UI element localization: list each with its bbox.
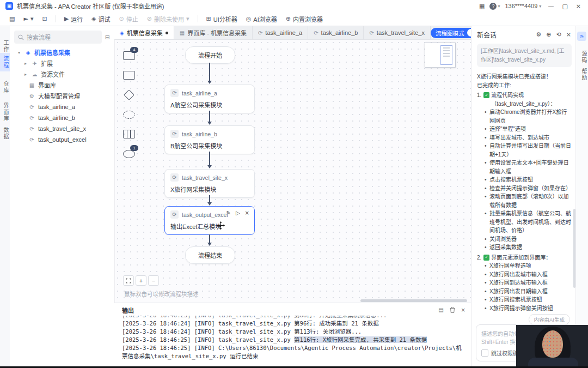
node-description: 输出Excel汇总模块: [170, 222, 249, 231]
ui-analyzer-button[interactable]: ⊞UI分析器: [203, 14, 241, 25]
node-name: task_airline_a: [182, 90, 217, 96]
flow-start-node[interactable]: 流程开始: [185, 46, 235, 64]
tab-task-travel-site-x[interactable]: ⟳ task_travel_site_x: [364, 26, 430, 39]
debug-icon: ◈: [91, 15, 96, 22]
tree-item-project[interactable]: ▾ ◈ 机票信息采集: [10, 47, 114, 58]
tree-item-extensions[interactable]: ▸ ✈ 扩展: [10, 58, 114, 69]
fit-view-icon: [126, 278, 131, 283]
tree-item-task-output-excel[interactable]: ⟳ task_output_excel: [10, 134, 114, 145]
maximize-button[interactable]: ▢: [560, 3, 569, 10]
search-placeholder: 搜索流程: [27, 33, 51, 41]
export-button[interactable]: ⊡: [38, 14, 51, 23]
account-menu[interactable]: 136****4409 ▾: [505, 3, 541, 9]
output-console: 输出 ▤ × [2025-3-26 18:46:23] [INFO] task_…: [114, 303, 471, 368]
scrollbar-thumb[interactable]: [360, 299, 468, 302]
delete-node-icon[interactable]: ×: [245, 210, 249, 216]
ai-browser-icon: ◎: [246, 15, 252, 22]
rail-tab-flow[interactable]: 流程: [0, 53, 10, 71]
palette-block-tool[interactable]: 4: [122, 50, 136, 61]
close-button[interactable]: ×: [574, 3, 583, 10]
minimap-viewport: [440, 45, 452, 65]
save-button[interactable]: ▤: [5, 14, 19, 23]
palette-rect-tool[interactable]: [122, 70, 136, 81]
tree-item-task-airline-a[interactable]: ⟳ task_airline_a: [10, 101, 114, 112]
ai-browser-button[interactable]: ◎AI浏览器: [242, 14, 281, 25]
flow-icon: ◈: [120, 30, 124, 36]
chat-section: 2.✓界面元素添加到界面库： X旅行网单程选项X旅行网出发城市输入框X旅行网到达…: [477, 254, 572, 311]
left-rail: 工作区 流程 仓库 界面库 数据: [0, 26, 10, 368]
builtin-browser-button[interactable]: ⊕内置浏览器: [282, 14, 327, 25]
tree-item-task-airline-b[interactable]: ⟳ task_airline_b: [10, 112, 114, 123]
chat-intro: X旅行网采集模块已完成搭建！: [477, 73, 572, 81]
flow-edge: [209, 63, 210, 81]
zoom-out-button[interactable]: −: [148, 275, 159, 286]
remove-unused-button[interactable]: ⊘删除未使用▾: [143, 14, 193, 25]
flow-node-task-output-excel[interactable]: ⟳task_output_excel 输出Excel汇总模块 ✎ ▷ ×: [164, 206, 255, 235]
debug-button[interactable]: ◈调试: [88, 14, 114, 25]
minimize-button[interactable]: —: [546, 3, 555, 10]
publish-button[interactable]: ►▾: [20, 14, 37, 23]
stop-button[interactable]: ⊙停止: [115, 14, 142, 25]
rail-tab-data[interactable]: 数据: [0, 124, 10, 143]
tab-flowchart[interactable]: ◈ 机票信息采集: [114, 26, 174, 39]
diamond-shape-icon: [124, 89, 134, 100]
rail-tab-help[interactable]: 帮助: [576, 68, 588, 81]
account-name: 136****4409: [505, 3, 537, 9]
rail-tab-source[interactable]: 源码: [576, 51, 588, 64]
ai-assistant-icon[interactable]: ≥: [577, 32, 586, 41]
flow-node-task-travel-site-x[interactable]: ⟳task_travel_site_x X旅行网采集模块: [164, 169, 255, 198]
collapse-panel-icon[interactable]: ⊟: [105, 34, 110, 41]
run-node-icon[interactable]: ▷: [236, 210, 240, 216]
apps-grid-icon[interactable]: ▦: [479, 3, 485, 10]
canvas-horizontal-scrollbar[interactable]: [114, 299, 471, 302]
flowchart-mode-toggle[interactable]: 流程图模式: [431, 28, 477, 38]
clear-log-icon[interactable]: [450, 307, 455, 313]
tab-task-airline-b[interactable]: ⟳ task_airline_b: [308, 26, 364, 39]
node-description: B航空公司采集模块: [170, 141, 249, 150]
fit-view-button[interactable]: [123, 275, 134, 286]
log-line: [2025-3-26 18:46:25] [INFO] task_travel_…: [122, 336, 465, 344]
skip-confirm-checkbox[interactable]: [481, 349, 488, 357]
flowchart-canvas[interactable]: 4 1 流程开始 ⟳task_airline_a A航空公司采集模块 ⟳task…: [114, 39, 471, 303]
tree-item-resources[interactable]: ▸ ☁ 资源文件: [10, 69, 114, 80]
chevron-down-icon: ▾: [30, 15, 34, 22]
tab-task-airline-a[interactable]: ⟳ task_airline_a: [253, 26, 308, 39]
close-output-icon[interactable]: ×: [461, 307, 465, 313]
palette-ellipse-tool[interactable]: [122, 109, 136, 120]
history-icon[interactable]: ⟲: [556, 31, 561, 38]
save-log-icon[interactable]: ▤: [438, 307, 443, 313]
palette-table-tool[interactable]: [122, 129, 136, 140]
search-input[interactable]: 搜索流程: [14, 31, 102, 44]
palette-diamond-tool[interactable]: [122, 89, 136, 100]
ui-library-icon: ▦: [28, 82, 35, 88]
new-chat-icon[interactable]: ⊕: [546, 31, 551, 38]
chat-messages[interactable]: [工作区]\task_travel_site_x.md, [工作区]\task_…: [477, 44, 572, 311]
help-menu[interactable]: ? ▾: [489, 3, 500, 10]
tree-item-task-travel-site-x[interactable]: ⟳ task_travel_site_x: [10, 123, 114, 134]
chat-bullet: 点击搜索机票按钮: [485, 176, 572, 184]
ai-generated-badge: 内容由AI生成: [529, 314, 570, 325]
block-count-badge: 4: [130, 47, 138, 53]
chat-bullet-list: 启动Chrome浏览器并打开X旅行网网页选择"单程"选项填写出发城市、到达城市自…: [477, 108, 572, 252]
edit-node-icon[interactable]: ✎: [226, 210, 231, 216]
zoom-in-button[interactable]: +: [136, 275, 146, 286]
task-module-icon: ⟳: [28, 137, 35, 143]
run-button[interactable]: ▶运行: [60, 14, 87, 25]
rail-tab-repo[interactable]: 仓库: [0, 78, 10, 96]
flow-node-task-airline-a[interactable]: ⟳task_airline_a A航空公司采集模块: [164, 85, 255, 113]
minimap[interactable]: [425, 43, 456, 68]
tree-item-llm-config[interactable]: ⚙ 大模型配置管理: [10, 91, 114, 101]
flow-node-task-airline-b[interactable]: ⟳task_airline_b B航空公司采集模块: [164, 125, 255, 154]
tree-item-ui-library[interactable]: ▦ 界面库: [10, 80, 114, 91]
gear-icon[interactable]: ⚙: [536, 31, 541, 38]
attached-files-bubble: [工作区]\task_travel_site_x.md, [工作区]\task_…: [477, 44, 572, 67]
chat-bullet: X旅行网单程选项: [485, 262, 572, 270]
chevron-right-icon: ▸: [23, 72, 28, 77]
rail-tab-ui-lib[interactable]: 界面库: [0, 100, 10, 125]
close-chat-icon[interactable]: ×: [566, 31, 571, 38]
flow-end-node[interactable]: 流程结束: [185, 246, 235, 264]
palette-group-tool[interactable]: 1: [122, 148, 136, 159]
log-output[interactable]: [2025-3-26 18:46:23] [INFO] task_travel_…: [122, 316, 465, 366]
tab-ui-library[interactable]: ▦ 界面库 - 机票信息采集: [174, 26, 253, 39]
chat-section: 1.✓流程代码实现（task_travel_site_x.py）： 启动Chro…: [477, 91, 572, 252]
